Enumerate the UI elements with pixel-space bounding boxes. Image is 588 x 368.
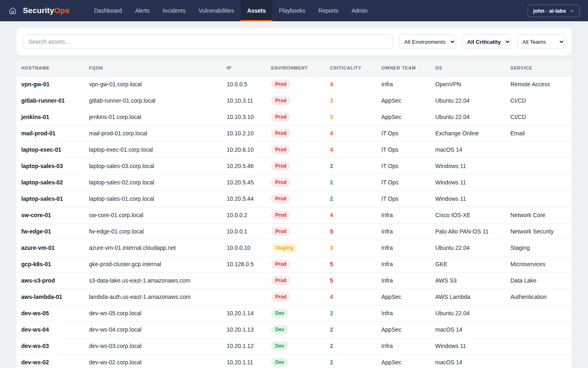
environment-cell: Prod [266, 92, 325, 109]
table-row[interactable]: aws-s3-prods3-data-lake.us-east-1.amazon… [16, 272, 572, 289]
criticality-cell: 3 [325, 92, 376, 109]
environment-cell: Prod [266, 289, 325, 305]
fqdn-cell: laptop-sales-02.corp.local [84, 174, 222, 191]
hostname-cell: aws-lambda-01 [16, 289, 84, 305]
fqdn-cell: dev-ws-04.corp.local [84, 321, 222, 338]
fqdn-cell: gitlab-runner-01.corp.local [84, 92, 222, 109]
service-cell: Staging [506, 240, 572, 256]
ip-cell: 10.20.1.12 [222, 338, 266, 354]
hostname-cell: dev-ws-05 [16, 305, 84, 321]
ip-cell: 10.20.5.45 [222, 174, 266, 191]
os-cell: Cisco IOS-XE [430, 207, 506, 223]
criticality-cell: 2 [325, 338, 376, 354]
table-row[interactable]: fw-edge-01fw-edge-01.corp.local10.0.0.1P… [16, 223, 572, 240]
column-header-criticality: CRITICALITY [325, 60, 376, 76]
fqdn-cell: gke-prod-cluster.gcp.internal [84, 256, 222, 272]
service-cell: Email [506, 125, 572, 141]
fqdn-cell: fw-edge-01.corp.local [84, 223, 222, 240]
owner-team-cell: IT Ops [376, 174, 430, 191]
nav-item-assets[interactable]: Assets [241, 0, 272, 21]
app-logo: SecurityOps [23, 6, 69, 15]
ip-cell: 10.20.5.46 [222, 158, 266, 174]
fqdn-cell: dev-ws-03.corp.local [84, 338, 222, 354]
assets-table-body: vpn-gw-01vpn-gw-01.corp.local10.0.0.5Pro… [16, 76, 572, 368]
hostname-cell: dev-ws-03 [16, 338, 84, 354]
os-cell: AWS Lambda [430, 289, 506, 305]
hostname-cell: mail-prod-01 [16, 125, 84, 141]
environment-badge: Prod [271, 145, 290, 154]
column-header-hostname: HOSTNAME [16, 60, 84, 76]
table-row[interactable]: dev-ws-02dev-ws-02.corp.local10.20.1.11D… [16, 354, 572, 368]
team-filter[interactable]: All Teams [517, 34, 565, 49]
fqdn-cell: sw-core-01.corp.local [84, 207, 222, 223]
environment-badge: Prod [271, 80, 290, 89]
criticality-value: 4 [330, 212, 333, 218]
table-row[interactable]: laptop-exec-01laptop-exec-01.corp.local1… [16, 141, 572, 158]
fqdn-cell: laptop-sales-01.corp.local [84, 191, 222, 207]
owner-team-cell: AppSec [376, 354, 430, 368]
nav-item-admin[interactable]: Admin [345, 0, 374, 21]
environment-badge: Prod [271, 178, 290, 187]
nav-item-incidents[interactable]: Incidents [156, 0, 192, 21]
criticality-cell: 2 [325, 158, 376, 174]
os-cell: Ubuntu 22.04 [430, 240, 506, 256]
column-header-fqdn: FQDN [84, 60, 222, 76]
ip-cell: 10.10.2.10 [222, 125, 266, 141]
environment-badge: Dev [271, 341, 288, 350]
table-row[interactable]: laptop-sales-03laptop-sales-03.corp.loca… [16, 158, 572, 174]
table-row[interactable]: dev-ws-03dev-ws-03.corp.local10.20.1.12D… [16, 338, 572, 354]
table-row[interactable]: sw-core-01sw-core-01.corp.local10.0.0.2P… [16, 207, 572, 223]
criticality-cell: 4 [325, 289, 376, 305]
criticality-cell: 4 [325, 125, 376, 141]
service-cell [506, 305, 572, 321]
hostname-cell: laptop-sales-02 [16, 174, 84, 191]
nav-item-playbooks[interactable]: Playbooks [272, 0, 312, 21]
os-cell: AWS S3 [430, 272, 506, 289]
fqdn-cell: laptop-sales-03.corp.local [84, 158, 222, 174]
criticality-cell: 5 [325, 272, 376, 289]
ip-cell: 10.10.3.11 [222, 92, 266, 109]
nav-item-vulnerabilities[interactable]: Vulnerabilities [192, 0, 241, 21]
environment-badge: Prod [271, 194, 290, 203]
table-row[interactable]: dev-ws-04dev-ws-04.corp.local10.20.1.13D… [16, 321, 572, 338]
criticality-cell: 2 [325, 191, 376, 207]
user-menu-button[interactable]: john · ai-labs [528, 4, 580, 17]
table-row[interactable]: gcp-k8s-01gke-prod-cluster.gcp.internal1… [16, 256, 572, 272]
os-cell: Ubuntu 22.04 [430, 109, 506, 125]
owner-team-cell: Infra [376, 256, 430, 272]
table-row[interactable]: laptop-sales-01laptop-sales-01.corp.loca… [16, 191, 572, 207]
service-cell: Authentication [506, 289, 572, 305]
environment-cell: Prod [266, 256, 325, 272]
table-row[interactable]: vpn-gw-01vpn-gw-01.corp.local10.0.0.5Pro… [16, 76, 572, 92]
column-header-service: SERVICE [506, 60, 572, 76]
table-row[interactable]: jenkins-01jenkins-01.corp.local10.10.3.1… [16, 109, 572, 125]
ip-cell: 10.0.0.1 [222, 223, 266, 240]
criticality-value: 5 [330, 261, 333, 267]
hostname-cell: vpn-gw-01 [16, 76, 84, 92]
criticality-cell: 2 [325, 305, 376, 321]
hostname-cell: dev-ws-02 [16, 354, 84, 368]
environment-cell: Prod [266, 125, 325, 141]
table-row[interactable]: gitlab-runner-01gitlab-runner-01.corp.lo… [16, 92, 572, 109]
criticality-filter[interactable]: All Criticality [462, 34, 511, 49]
nav-item-dashboard[interactable]: Dashboard [87, 0, 129, 21]
service-cell [506, 354, 572, 368]
criticality-cell: 4 [325, 207, 376, 223]
table-row[interactable]: dev-ws-05dev-ws-05.corp.local10.20.1.14D… [16, 305, 572, 321]
owner-team-cell: AppSec [376, 321, 430, 338]
ip-cell: 10.0.0.2 [222, 207, 266, 223]
nav-item-alerts[interactable]: Alerts [129, 0, 156, 21]
service-cell [506, 338, 572, 354]
home-icon[interactable] [8, 6, 17, 15]
search-input[interactable] [23, 34, 393, 49]
os-cell: GKE [430, 256, 506, 272]
nav-item-reports[interactable]: Reports [312, 0, 345, 21]
criticality-value: 2 [330, 163, 333, 169]
table-row[interactable]: mail-prod-01mail-prod-01.corp.local10.10… [16, 125, 572, 141]
service-cell: Microservices [506, 256, 572, 272]
table-row[interactable]: laptop-sales-02laptop-sales-02.corp.loca… [16, 174, 572, 191]
table-row[interactable]: aws-lambda-01lambda-auth.us-east-1.amazo… [16, 289, 572, 305]
environment-filter[interactable]: All Environments [399, 34, 456, 49]
environment-cell: Prod [266, 76, 325, 92]
table-row[interactable]: azure-vm-01azure-vm-01.internal.cloudapp… [16, 240, 572, 256]
